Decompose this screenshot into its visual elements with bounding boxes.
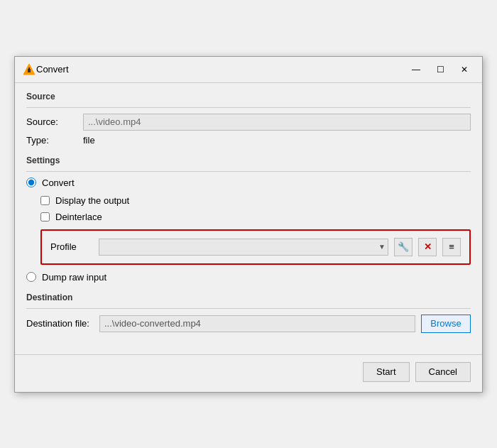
title-bar-controls: — ☐ ✕ [405,62,475,77]
profile-delete-button[interactable]: ✕ [418,238,437,256]
deinterlace-label: Deinterlace [55,212,102,222]
dest-file-input[interactable] [99,315,415,332]
dump-radio-row: Dump raw input [26,272,471,283]
destination-section-label: Destination [26,293,471,302]
main-content: Source Source: Type: file Settings Conve… [15,83,482,344]
svg-rect-1 [28,69,31,72]
deinterlace-row: Deinterlace [40,212,471,222]
maximize-button[interactable]: ☐ [430,62,451,77]
dest-file-label: Destination file: [26,318,94,329]
list-icon: ≡ [449,241,454,252]
convert-radio[interactable] [26,177,36,187]
settings-section: Settings Convert Display the output Dein… [26,155,471,283]
title-bar: Convert — ☐ ✕ [15,57,482,83]
profile-list-button[interactable]: ≡ [442,238,461,256]
source-section: Source Source: Type: file [26,92,471,146]
destination-divider [26,308,471,309]
footer: Start Cancel [15,354,482,392]
vlc-icon [22,62,36,77]
profile-select-wrapper: ▼ [99,239,388,256]
deinterlace-checkbox[interactable] [40,212,50,222]
type-value: file [83,135,95,146]
source-divider [26,107,471,108]
svg-rect-2 [28,67,30,69]
profile-edit-button[interactable]: 🔧 [394,238,413,256]
source-row: Source: [26,114,471,131]
convert-radio-label: Convert [42,177,75,188]
type-label: Type: [26,135,83,146]
profile-label: Profile [50,241,93,252]
minimize-button[interactable]: — [405,62,427,77]
cancel-button[interactable]: Cancel [415,362,471,382]
source-input[interactable] [83,114,471,131]
settings-section-label: Settings [26,155,471,165]
destination-section: Destination Destination file: Browse [26,293,471,333]
start-button[interactable]: Start [363,362,409,382]
profile-box: Profile ▼ 🔧 ✕ ≡ [40,229,471,265]
delete-icon: ✕ [424,241,432,252]
browse-button[interactable]: Browse [421,315,471,333]
wrench-icon: 🔧 [398,241,409,252]
window-title: Convert [36,64,405,75]
type-row: Type: file [26,135,471,146]
display-output-label: Display the output [55,195,129,206]
convert-radio-row: Convert [26,177,471,188]
source-section-label: Source [26,92,471,102]
source-label: Source: [26,116,83,127]
close-button[interactable]: ✕ [454,62,475,77]
dump-radio-label: Dump raw input [42,272,106,283]
destination-row: Destination file: Browse [26,315,471,333]
display-output-row: Display the output [40,195,471,206]
display-output-checkbox[interactable] [40,196,50,205]
dump-radio[interactable] [26,272,36,282]
settings-divider [26,171,471,172]
profile-select[interactable] [99,239,388,256]
convert-window: Convert — ☐ ✕ Source Source: Type: file … [14,56,483,393]
